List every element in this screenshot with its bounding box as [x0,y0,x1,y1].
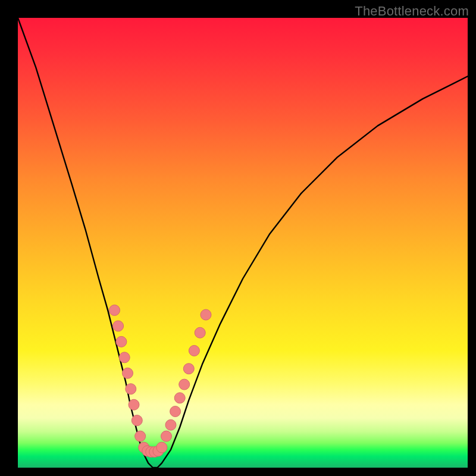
data-marker [179,379,190,390]
data-marker [165,419,176,430]
watermark-text: TheBottleneck.com [355,4,469,19]
data-marker [161,431,172,441]
data-marker [174,393,185,403]
data-marker [189,345,199,356]
data-marker [116,336,127,347]
data-marker [156,442,167,453]
data-marker [131,415,142,426]
data-marker [129,399,139,410]
data-marker [119,352,130,363]
data-marker [183,364,194,374]
chart-frame: TheBottleneck.com [0,0,476,476]
data-marker [170,406,181,417]
data-marker [126,384,136,394]
bottleneck-curve [18,18,468,468]
data-marker [123,368,133,378]
chart-svg [18,18,468,468]
curve-layer [18,18,468,468]
data-marker [109,305,120,315]
data-marker [135,431,146,441]
data-marker [201,309,211,320]
data-marker [113,321,124,331]
data-marker [195,327,205,338]
